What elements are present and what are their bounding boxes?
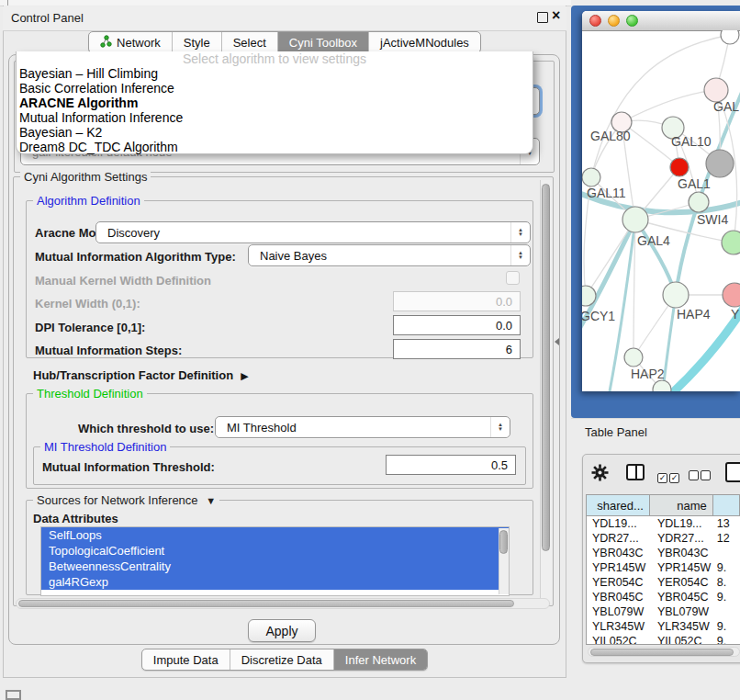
mi-steps-label: Mutual Information Steps: — [35, 344, 182, 357]
table-rows: YDL19...YDL19...13YDR27...YDR27...12YBR0… — [587, 516, 740, 645]
list-scrollbar-thumb[interactable] — [499, 530, 508, 554]
expanded-arrow-icon: ▼ — [206, 495, 216, 506]
table-row[interactable]: YIL052CYIL052C9. — [587, 634, 740, 645]
table-cell: YBL079W — [650, 604, 713, 619]
zoom-traffic-icon[interactable] — [626, 15, 638, 27]
table-row[interactable]: YLR345WYLR345W9. — [587, 619, 740, 634]
network-node-swi4[interactable] — [689, 192, 709, 212]
panel-splitter-arrow[interactable] — [555, 338, 559, 345]
control-panel-title: Control Panel — [11, 11, 84, 25]
close-icon[interactable]: × — [552, 7, 560, 24]
tab-label: Infer Network — [345, 653, 416, 667]
network-node-gal4[interactable] — [622, 207, 648, 232]
column-header[interactable]: name — [650, 495, 713, 515]
dpi-tolerance-input[interactable]: 0.0 — [393, 315, 521, 335]
table-row[interactable]: YBR045CYBR045C9. — [587, 590, 740, 604]
dropdown-item[interactable]: Bayesian – Hill Climbing — [17, 66, 533, 81]
cyni-algorithm-settings-legend: Cyni Algorithm Settings — [20, 170, 151, 184]
aracne-mode-combo[interactable]: Discovery ▲▼ — [95, 221, 531, 243]
show-columns-icon[interactable]: ✓✓ — [657, 468, 679, 484]
combo-stepper-icon: ▲▼ — [490, 417, 510, 437]
table-row[interactable]: YBL079WYBL079W — [587, 604, 740, 619]
network-node[interactable] — [722, 231, 740, 254]
dropdown-item[interactable]: Dream8 DC_TDC Algorithm — [17, 140, 533, 154]
tab-select[interactable]: Select — [221, 32, 277, 52]
attribute-list-item[interactable]: SelfLoops — [41, 527, 509, 543]
settings-hscrollbar-thumb[interactable] — [18, 600, 514, 607]
export-table-icon[interactable] — [725, 462, 740, 482]
close-traffic-icon[interactable] — [589, 15, 601, 27]
mi-threshold-label: Mutual Information Threshold: — [42, 460, 215, 474]
network-node[interactable] — [721, 30, 739, 44]
manual-kernel-checkbox[interactable] — [506, 271, 520, 285]
dropdown-hint: Select algorithm to view settings — [17, 51, 533, 66]
tab-label: jActiveMNodules — [380, 36, 469, 50]
table-cell: YBL079W — [587, 604, 650, 619]
column-header[interactable] — [713, 495, 740, 515]
mi-steps-input[interactable]: 6 — [393, 339, 521, 359]
table-cell: YPR145W — [587, 560, 650, 575]
sources-legend[interactable]: Sources for Network Inference ▼ — [33, 493, 219, 507]
table-cell: YBR045C — [587, 590, 650, 604]
dropdown-items: Bayesian – Hill ClimbingBasic Correlatio… — [17, 66, 533, 154]
table-toolbar: ✓✓ — [582, 456, 740, 492]
hide-columns-icon[interactable] — [689, 468, 711, 484]
table-cell: YBR043C — [587, 546, 650, 560]
tab-impute-data[interactable]: Impute Data — [142, 649, 230, 670]
tab-style[interactable]: Style — [172, 32, 221, 52]
network-node-label: GCY1 — [582, 309, 615, 323]
mi-type-combo[interactable]: Naive Bayes ▲▼ — [248, 244, 531, 266]
network-node-label: GAL1 — [678, 176, 711, 191]
control-panel-titlebar[interactable] — [3, 6, 566, 31]
dropdown-item[interactable]: Mutual Information Inference — [17, 110, 533, 125]
dropdown-item[interactable]: ARACNE Algorithm — [17, 96, 533, 110]
table-hscrollbar-thumb[interactable] — [590, 649, 734, 656]
aracne-mode-value: Discovery — [96, 226, 510, 240]
network-node-hap2[interactable] — [624, 348, 643, 367]
mi-threshold-input[interactable]: 0.5 — [386, 455, 516, 475]
tab-cyni-toolbox[interactable]: Cyni Toolbox — [277, 32, 368, 52]
gear-icon[interactable] — [591, 464, 609, 481]
node-table: shared...name YDL19...YDL19...13YDR27...… — [586, 494, 740, 645]
top-tab-bar: NetworkStyleSelectCyni ToolboxjActiveMNo… — [88, 31, 481, 53]
tab-infer-network[interactable]: Infer Network — [333, 649, 427, 670]
attribute-list-item[interactable]: TopologicalCoefficient — [41, 543, 509, 559]
tab-jactivemnodules[interactable]: jActiveMNodules — [368, 32, 480, 52]
attribute-list-item[interactable]: BetweennessCentrality — [41, 559, 509, 574]
tab-label: Select — [233, 36, 266, 50]
attribute-list-item[interactable]: gal4RGexp — [41, 574, 509, 590]
dropdown-item[interactable]: Basic Correlation Inference — [17, 81, 533, 96]
hub-section-toggle[interactable]: Hub/Transcription Factor Definition▶ — [33, 368, 249, 382]
table-row[interactable]: YDR27...YDR27...12 — [587, 531, 740, 546]
table-cell: 8. — [713, 575, 740, 590]
dropdown-item[interactable]: Bayesian – K2 — [17, 125, 533, 140]
tab-network[interactable]: Network — [89, 32, 172, 52]
network-node[interactable] — [706, 150, 734, 177]
table-row[interactable]: YDL19...YDL19...13 — [587, 516, 740, 531]
which-threshold-combo[interactable]: MI Threshold ▲▼ — [215, 416, 510, 438]
tab-discretize-data[interactable]: Discretize Data — [230, 649, 333, 670]
table-cell: 9. — [713, 619, 740, 634]
network-node-hap4[interactable] — [663, 282, 689, 308]
minimize-traffic-icon[interactable] — [608, 15, 620, 27]
settings-scrollbar-thumb[interactable] — [542, 184, 550, 551]
network-node-label: GAL80 — [590, 129, 631, 143]
table-row[interactable]: YBR043CYBR043C — [587, 546, 740, 560]
bottom-tab-bar: Impute DataDiscretize DataInfer Network — [141, 649, 428, 671]
minimized-panel-icon[interactable] — [6, 690, 21, 700]
apply-button[interactable]: Apply — [248, 619, 316, 642]
table-cell: YBR045C — [650, 590, 713, 604]
table-row[interactable]: YER054CYER054C8. — [587, 575, 740, 590]
network-node-y[interactable] — [723, 283, 740, 307]
kernel-width-input[interactable]: 0.0 — [393, 291, 521, 311]
columns-icon[interactable] — [626, 464, 645, 480]
network-canvas[interactable]: GALGAL80GAL10GAL1GAL11SWI4GAL4GCY1HAP4YH… — [582, 30, 740, 391]
network-node-gal1[interactable] — [670, 158, 689, 176]
float-window-icon[interactable] — [537, 12, 548, 23]
network-node-gal11[interactable] — [582, 168, 600, 186]
table-cell: YDR27... — [650, 531, 713, 546]
network-node-label: GAL10 — [671, 134, 712, 149]
network-window-titlebar[interactable] — [582, 11, 740, 31]
table-row[interactable]: YPR145WYPR145W9. — [587, 560, 740, 575]
column-header[interactable]: shared... — [587, 495, 650, 515]
